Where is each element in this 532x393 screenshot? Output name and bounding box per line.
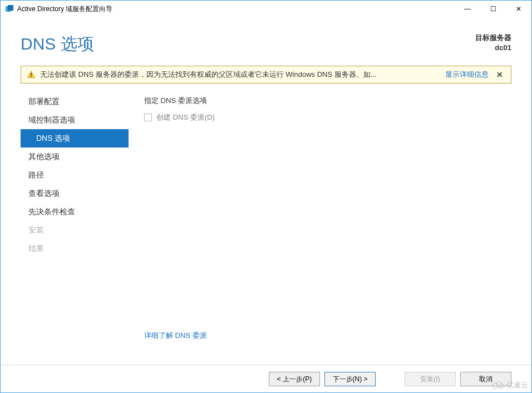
sidebar-item-dc-options[interactable]: 域控制器选项	[21, 111, 129, 129]
body: 部署配置 域控制器选项 DNS 选项 其他选项 路径 查看选项 先决条件检查 安…	[1, 90, 531, 346]
sidebar-item-deploy-config[interactable]: 部署配置	[21, 92, 129, 111]
sidebar-item-dns-options[interactable]: DNS 选项	[21, 129, 129, 148]
sidebar-item-label: DNS 选项	[36, 134, 70, 143]
svg-rect-1	[8, 5, 13, 11]
svg-rect-3	[31, 73, 32, 76]
sidebar-item-results: 结果	[21, 239, 129, 258]
sidebar-item-label: 查看选项	[28, 189, 60, 198]
sidebar-item-prereq-check[interactable]: 先决条件检查	[21, 203, 129, 221]
sidebar-item-label: 安装	[28, 225, 44, 234]
content: 指定 DNS 委派选项 创建 DNS 委派(D) 详细了解 DNS 委派	[129, 90, 511, 346]
install-button: 安装(I)	[405, 372, 456, 386]
app-icon	[5, 4, 14, 13]
header: DNS 选项 目标服务器 dc01	[1, 17, 531, 66]
titlebar: Active Directory 域服务配置向导 — ☐ ✕	[1, 1, 531, 17]
minimize-button[interactable]: —	[455, 1, 480, 17]
warning-close-button[interactable]: ✕	[494, 70, 505, 79]
target-server-label: 目标服务器	[475, 33, 511, 43]
close-button[interactable]: ✕	[506, 1, 531, 17]
spacer	[144, 122, 511, 331]
previous-button[interactable]: < 上一步(P)	[269, 372, 320, 386]
window-title: Active Directory 域服务配置向导	[17, 4, 455, 14]
warning-text: 无法创建该 DNS 服务器的委派，因为无法找到有权威的父区域或者它未运行 Win…	[40, 70, 442, 80]
cancel-button[interactable]: 取消	[460, 372, 511, 386]
sidebar-item-install: 安装	[21, 221, 129, 239]
next-button[interactable]: 下一步(N) >	[324, 372, 376, 386]
sidebar-item-label: 结果	[28, 244, 44, 253]
sidebar-item-label: 其他选项	[28, 152, 60, 161]
svg-rect-4	[31, 76, 32, 77]
section-label: 指定 DNS 委派选项	[144, 96, 511, 106]
footer: < 上一步(P) 下一步(N) > 安装(I) 取消	[1, 365, 531, 392]
warning-icon	[27, 70, 36, 79]
page-title: DNS 选项	[21, 33, 94, 56]
warning-details-link[interactable]: 显示详细信息	[445, 70, 489, 80]
checkbox-label: 创建 DNS 委派(D)	[156, 112, 215, 122]
sidebar-item-label: 先决条件检查	[28, 207, 75, 216]
sidebar-item-review-options[interactable]: 查看选项	[21, 184, 129, 203]
warning-bar: 无法创建该 DNS 服务器的委派，因为无法找到有权威的父区域或者它未运行 Win…	[21, 66, 511, 83]
target-server-value: dc01	[475, 43, 511, 53]
sidebar-item-label: 路径	[28, 170, 44, 179]
sidebar-item-paths[interactable]: 路径	[21, 166, 129, 184]
checkbox-icon	[144, 114, 152, 121]
window-controls: — ☐ ✕	[455, 1, 531, 17]
sidebar-item-other-options[interactable]: 其他选项	[21, 148, 129, 166]
maximize-button[interactable]: ☐	[480, 1, 506, 17]
sidebar-item-label: 部署配置	[28, 97, 60, 106]
sidebar-item-label: 域控制器选项	[28, 115, 75, 124]
create-dns-delegation-checkbox[interactable]: 创建 DNS 委派(D)	[144, 112, 511, 122]
target-server: 目标服务器 dc01	[475, 33, 511, 53]
sidebar: 部署配置 域控制器选项 DNS 选项 其他选项 路径 查看选项 先决条件检查 安…	[21, 90, 129, 346]
details-link[interactable]: 详细了解 DNS 委派	[144, 331, 511, 341]
